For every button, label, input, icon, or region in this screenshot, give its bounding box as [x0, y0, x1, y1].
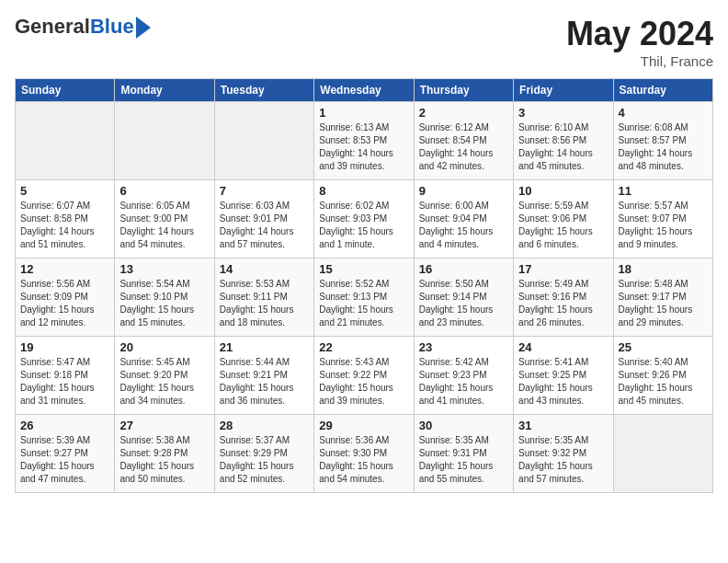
day-number: 10 [518, 184, 608, 198]
calendar-cell: 28Sunrise: 5:37 AM Sunset: 9:29 PM Dayli… [214, 415, 313, 493]
calendar-cell [115, 102, 214, 180]
day-number: 1 [319, 106, 408, 120]
cell-info: Sunrise: 6:08 AM Sunset: 8:57 PM Dayligh… [619, 121, 708, 173]
cell-info: Sunrise: 6:07 AM Sunset: 8:58 PM Dayligh… [20, 200, 109, 251]
day-number: 28 [220, 419, 309, 432]
day-number: 19 [20, 340, 109, 354]
calendar-cell: 23Sunrise: 5:42 AM Sunset: 9:23 PM Dayli… [414, 337, 513, 415]
day-number: 24 [518, 340, 608, 354]
day-number: 7 [220, 184, 309, 198]
day-number: 31 [518, 419, 608, 432]
day-number: 8 [319, 184, 408, 198]
cell-info: Sunrise: 5:35 AM Sunset: 9:31 PM Dayligh… [419, 434, 508, 486]
cell-info: Sunrise: 5:43 AM Sunset: 9:22 PM Dayligh… [319, 356, 408, 408]
day-number: 17 [518, 262, 608, 276]
day-number: 3 [518, 106, 608, 120]
day-header-thursday: Thursday [414, 79, 513, 102]
calendar-cell: 15Sunrise: 5:52 AM Sunset: 9:13 PM Dayli… [314, 259, 414, 337]
cell-info: Sunrise: 5:42 AM Sunset: 9:23 PM Dayligh… [419, 356, 508, 408]
calendar-cell: 27Sunrise: 5:38 AM Sunset: 9:28 PM Dayli… [115, 415, 214, 493]
day-header-sunday: Sunday [16, 79, 115, 102]
cell-info: Sunrise: 6:05 AM Sunset: 9:00 PM Dayligh… [119, 200, 209, 251]
cell-info: Sunrise: 5:37 AM Sunset: 9:29 PM Dayligh… [220, 434, 309, 486]
calendar-cell: 12Sunrise: 5:56 AM Sunset: 9:09 PM Dayli… [16, 259, 115, 337]
cell-info: Sunrise: 5:44 AM Sunset: 9:21 PM Dayligh… [220, 356, 309, 408]
calendar-cell: 3Sunrise: 6:10 AM Sunset: 8:56 PM Daylig… [514, 102, 613, 180]
day-number: 9 [419, 184, 508, 198]
day-header-tuesday: Tuesday [214, 79, 313, 102]
day-number: 16 [419, 262, 508, 276]
cell-info: Sunrise: 6:12 AM Sunset: 8:54 PM Dayligh… [419, 121, 508, 173]
cell-info: Sunrise: 6:03 AM Sunset: 9:01 PM Dayligh… [220, 200, 309, 251]
calendar-cell: 1Sunrise: 6:13 AM Sunset: 8:53 PM Daylig… [314, 102, 414, 180]
calendar-cell [613, 415, 712, 493]
logo-blue-text: Blue [90, 15, 134, 38]
day-header-wednesday: Wednesday [314, 79, 414, 102]
day-number: 18 [619, 262, 708, 276]
calendar-cell [214, 102, 313, 180]
cell-info: Sunrise: 5:39 AM Sunset: 9:27 PM Dayligh… [20, 434, 109, 486]
calendar-cell: 11Sunrise: 5:57 AM Sunset: 9:07 PM Dayli… [613, 180, 712, 259]
calendar-cell: 29Sunrise: 5:36 AM Sunset: 9:30 PM Dayli… [314, 415, 414, 493]
day-number: 23 [419, 340, 508, 354]
day-number: 2 [419, 106, 508, 120]
day-number: 29 [319, 419, 408, 432]
calendar-cell: 10Sunrise: 5:59 AM Sunset: 9:06 PM Dayli… [514, 180, 613, 259]
logo: GeneralBlue [15, 15, 151, 39]
calendar-cell: 21Sunrise: 5:44 AM Sunset: 9:21 PM Dayli… [214, 337, 313, 415]
calendar-cell: 7Sunrise: 6:03 AM Sunset: 9:01 PM Daylig… [214, 180, 313, 259]
day-header-friday: Friday [514, 79, 613, 102]
calendar-table: SundayMondayTuesdayWednesdayThursdayFrid… [15, 78, 713, 493]
calendar-cell: 9Sunrise: 6:00 AM Sunset: 9:04 PM Daylig… [414, 180, 513, 259]
calendar-cell: 26Sunrise: 5:39 AM Sunset: 9:27 PM Dayli… [16, 415, 115, 493]
day-number: 22 [319, 340, 408, 354]
cell-info: Sunrise: 5:40 AM Sunset: 9:26 PM Dayligh… [619, 356, 708, 408]
day-number: 14 [220, 262, 309, 276]
day-number: 4 [619, 106, 708, 120]
day-number: 15 [319, 262, 408, 276]
day-number: 20 [119, 340, 209, 354]
calendar-cell: 6Sunrise: 6:05 AM Sunset: 9:00 PM Daylig… [115, 180, 214, 259]
cell-info: Sunrise: 5:48 AM Sunset: 9:17 PM Dayligh… [619, 278, 708, 329]
calendar-cell: 17Sunrise: 5:49 AM Sunset: 9:16 PM Dayli… [514, 259, 613, 337]
cell-info: Sunrise: 5:56 AM Sunset: 9:09 PM Dayligh… [20, 278, 109, 329]
day-number: 25 [619, 340, 708, 354]
day-number: 27 [119, 419, 209, 432]
logo-general: General [15, 15, 90, 38]
calendar-cell: 31Sunrise: 5:35 AM Sunset: 9:32 PM Dayli… [514, 415, 613, 493]
cell-info: Sunrise: 5:54 AM Sunset: 9:10 PM Dayligh… [119, 278, 209, 329]
logo-arrow-icon [136, 17, 151, 39]
cell-info: Sunrise: 5:45 AM Sunset: 9:20 PM Dayligh… [119, 356, 209, 408]
cell-info: Sunrise: 5:57 AM Sunset: 9:07 PM Dayligh… [619, 200, 708, 251]
day-number: 26 [20, 419, 109, 432]
cell-info: Sunrise: 6:00 AM Sunset: 9:04 PM Dayligh… [419, 200, 508, 251]
cell-info: Sunrise: 5:53 AM Sunset: 9:11 PM Dayligh… [220, 278, 309, 329]
day-number: 21 [220, 340, 309, 354]
day-number: 5 [20, 184, 109, 198]
cell-info: Sunrise: 5:47 AM Sunset: 9:18 PM Dayligh… [20, 356, 109, 408]
day-number: 30 [419, 419, 508, 432]
calendar-cell: 20Sunrise: 5:45 AM Sunset: 9:20 PM Dayli… [115, 337, 214, 415]
day-header-saturday: Saturday [613, 79, 712, 102]
cell-info: Sunrise: 5:35 AM Sunset: 9:32 PM Dayligh… [518, 434, 608, 486]
calendar-cell: 30Sunrise: 5:35 AM Sunset: 9:31 PM Dayli… [414, 415, 513, 493]
calendar-cell: 4Sunrise: 6:08 AM Sunset: 8:57 PM Daylig… [613, 102, 712, 180]
page-header: GeneralBlue May 2024 Thil, France [15, 15, 713, 69]
calendar-cell: 24Sunrise: 5:41 AM Sunset: 9:25 PM Dayli… [514, 337, 613, 415]
day-header-monday: Monday [115, 79, 214, 102]
day-number: 12 [20, 262, 109, 276]
calendar-cell: 13Sunrise: 5:54 AM Sunset: 9:10 PM Dayli… [115, 259, 214, 337]
cell-info: Sunrise: 5:52 AM Sunset: 9:13 PM Dayligh… [319, 278, 408, 329]
month-year-title: May 2024 [566, 15, 713, 53]
cell-info: Sunrise: 5:59 AM Sunset: 9:06 PM Dayligh… [518, 200, 608, 251]
day-number: 13 [119, 262, 209, 276]
location-subtitle: Thil, France [566, 53, 713, 69]
day-number: 11 [619, 184, 708, 198]
cell-info: Sunrise: 6:13 AM Sunset: 8:53 PM Dayligh… [319, 121, 408, 173]
cell-info: Sunrise: 5:50 AM Sunset: 9:14 PM Dayligh… [419, 278, 508, 329]
calendar-cell: 16Sunrise: 5:50 AM Sunset: 9:14 PM Dayli… [414, 259, 513, 337]
calendar-cell: 14Sunrise: 5:53 AM Sunset: 9:11 PM Dayli… [214, 259, 313, 337]
cell-info: Sunrise: 6:02 AM Sunset: 9:03 PM Dayligh… [319, 200, 408, 251]
calendar-cell: 22Sunrise: 5:43 AM Sunset: 9:22 PM Dayli… [314, 337, 414, 415]
calendar-cell: 19Sunrise: 5:47 AM Sunset: 9:18 PM Dayli… [16, 337, 115, 415]
